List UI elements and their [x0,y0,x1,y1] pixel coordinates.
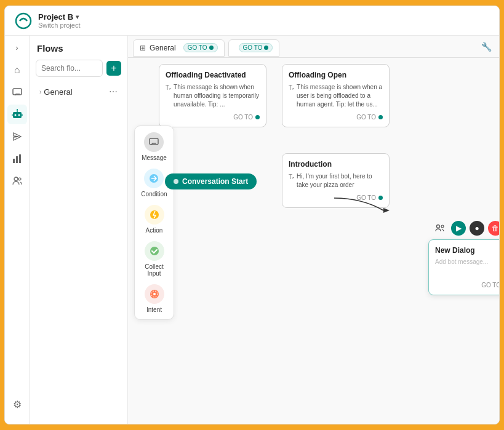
flow-tab-general[interactable]: ⊞ General GO TO [133,39,225,57]
project-subtitle: Switch project [38,22,80,29]
palette-condition[interactable]: Condition [141,169,167,197]
svg-rect-2 [13,112,22,118]
flow-tab-2[interactable]: GO TO [228,39,280,57]
node-text: This message is shown when human offload… [174,83,260,109]
go-to-dot [378,196,383,200]
palette-message[interactable]: Message [142,132,167,161]
node-title: Introduction [289,160,383,169]
go-to-label: GO TO [233,114,253,121]
node-text-row: Tᵣ Hi, I'm your first bot, here to take … [289,172,383,189]
go-to-dot [209,46,214,50]
sidebar-title: Flows [30,43,127,60]
body-layout: › ⌂ [5,36,499,424]
svg-rect-8 [19,154,21,163]
text-icon: Tᵣ [289,173,294,181]
nav-users[interactable] [7,171,27,191]
svg-rect-6 [13,159,15,163]
new-dialog-card[interactable]: New Dialog Add bot message... GO TO [428,239,499,295]
play-button[interactable]: ▶ [451,221,466,236]
node-offloading-open[interactable]: Offloading Open Tᵣ This message is shown… [282,64,390,127]
expand-icon: › [39,89,41,95]
svg-point-17 [153,293,156,295]
stop-button[interactable]: ● [470,221,484,236]
sidebar-item-general[interactable]: › General ⋯ [32,83,125,100]
palette-collect-input-label: Collect Input [141,263,167,277]
canvas-area: Offloading Deactivated Tᵣ This message i… [128,58,499,424]
svg-marker-11 [383,208,390,213]
go-to-badge-2: GO TO [239,43,273,52]
palette-message-label: Message [142,154,167,161]
go-to-text: GO TO [188,44,207,51]
add-flow-button[interactable]: + [106,61,121,76]
svg-point-5 [17,109,18,110]
sidebar-search-row: + [30,60,127,83]
palette-intent-label: Intent [146,306,162,313]
conv-start-label: Conversation Start [182,177,248,186]
node-footer: GO TO [166,114,260,121]
main-canvas: ⊞ General GO TO GO TO 🔧 [128,36,499,424]
node-text: This message is shown when a user is bei… [297,83,383,109]
canvas-tool-icon[interactable]: 🔧 [479,39,494,54]
node-title: Offloading Deactivated [166,71,260,79]
node-offloading-deactivated[interactable]: Offloading Deactivated Tᵣ This message i… [159,64,266,127]
new-dialog-placeholder: Add bot message... [435,258,499,277]
nav-home[interactable]: ⌂ [7,60,27,80]
people-icon[interactable] [433,221,447,236]
tab-label: General [150,44,176,52]
svg-point-3 [14,114,16,116]
palette: Message Condition [134,125,174,320]
tab-icon: ⊞ [140,44,146,52]
nav-toggle[interactable]: › [10,41,25,55]
logo-icon [15,12,32,30]
start-dot [174,179,178,184]
go-to-dot [378,115,383,119]
go-to-dot-2 [264,46,268,50]
project-name[interactable]: Project B ▾ [38,12,80,22]
nav-settings[interactable]: ⚙ [7,394,27,414]
svg-point-19 [437,225,440,228]
project-info: Project B ▾ Switch project [38,12,80,29]
nav-bot[interactable] [7,105,27,124]
palette-collect-input[interactable]: Collect Input [141,241,167,277]
new-dialog-footer: GO TO [435,282,499,289]
svg-point-9 [14,177,18,181]
go-to-dot [255,115,260,119]
node-text: Hi, I'm your first bot, here to take you… [297,172,383,189]
sidebar: Flows + › General ⋯ [30,36,128,424]
go-to-label: GO TO [356,114,376,121]
new-dialog-title: New Dialog [435,246,499,255]
go-to-label: GO TO [481,282,499,289]
search-input[interactable] [36,60,103,77]
node-text-row: Tᵣ This message is shown when a user is … [289,83,383,109]
nav-chat[interactable] [7,82,27,102]
sidebar-item-label: General [44,87,109,97]
left-nav: › ⌂ [5,36,30,424]
node-footer: GO TO [289,114,383,121]
svg-rect-7 [16,156,18,163]
palette-intent[interactable]: Intent [145,284,164,313]
node-title: Offloading Open [289,71,383,79]
go-to-badge-1: GO TO [183,43,218,52]
palette-action-label: Action [146,227,163,234]
node-introduction[interactable]: Introduction Tᵣ Hi, I'm your first bot, … [282,153,390,208]
delete-button[interactable]: 🗑 [488,221,499,236]
svg-point-0 [16,14,31,28]
chevron-down-icon: ▾ [76,14,79,20]
item-menu-icon[interactable]: ⋯ [109,87,118,97]
svg-point-4 [18,114,20,116]
header: Project B ▾ Switch project [5,6,499,36]
svg-point-20 [441,225,444,228]
nav-chart[interactable] [7,149,27,169]
text-icon: Tᵣ [166,84,171,92]
svg-point-10 [18,178,21,180]
conversation-start-node[interactable]: Conversation Start [165,173,257,189]
mini-toolbar: ▶ ● 🗑 [433,221,499,236]
go-to-label: GO TO [356,194,376,201]
node-footer: GO TO [289,194,383,201]
flow-tab-bar: ⊞ General GO TO GO TO 🔧 [128,36,499,58]
palette-action[interactable]: Action [145,205,164,234]
text-icon: Tᵣ [289,84,294,92]
nav-send[interactable] [7,127,27,146]
palette-condition-label: Condition [141,191,167,197]
node-text-row: Tᵣ This message is shown when human offl… [166,83,260,109]
